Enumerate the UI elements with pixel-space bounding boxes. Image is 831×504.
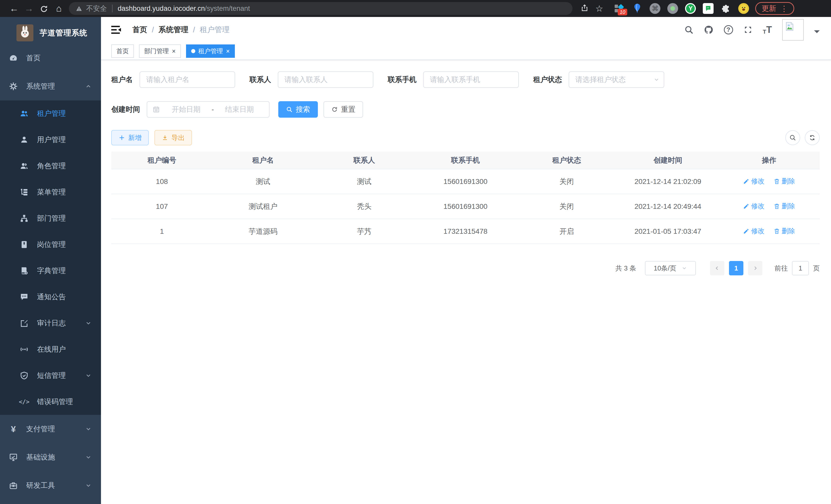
prev-page-button[interactable] [710,261,724,275]
sidebar-item-dept[interactable]: 部门管理 [0,205,101,232]
status-select-input[interactable] [569,71,664,88]
address-bar[interactable]: 不安全 dashboard.yudao.iocoder.cn/system/te… [69,2,573,15]
browser-reload-button[interactable] [36,3,51,14]
tab-home[interactable]: 首页 [111,45,134,58]
browser-toolbar: ← → ⌂ 不安全 dashboard.yudao.iocoder.cn/sys… [0,0,831,17]
sidebar-item-pay[interactable]: ¥ 支付管理 [0,415,101,443]
sidebar-item-infra[interactable]: 基础设施 [0,443,101,471]
avatar[interactable] [782,19,804,40]
delete-link[interactable]: 删除 [774,177,795,186]
refresh-table-button[interactable] [805,130,820,145]
header-search-button[interactable] [684,25,693,34]
goto-page-input[interactable] [792,261,809,275]
sidebar-item-tenant[interactable]: 租户管理 [0,100,101,127]
help-button[interactable]: ? [724,25,733,34]
col-tenant-name: 租户名 [212,152,314,169]
sidebar-item-post[interactable]: 岗位管理 [0,232,101,258]
col-status: 租户状态 [516,152,617,169]
edit-link[interactable]: 修改 [743,177,765,186]
extension-tabs-icon[interactable]: 10 [614,3,625,14]
sidebar-item-dev-tools[interactable]: 研发工具 [0,471,101,500]
chevron-down-icon [85,482,92,489]
bookmark-button[interactable]: ☆ [595,3,603,13]
extension-y-icon[interactable]: Y [685,3,696,14]
fullscreen-button[interactable] [743,25,753,34]
pagination-total: 共 3 条 [615,264,636,273]
browser-update-button[interactable]: 更新 ⋮ [755,2,794,15]
col-created: 创建时间 [617,152,718,169]
share-button[interactable] [580,4,589,13]
pencil-icon [743,228,749,234]
delete-link[interactable]: 删除 [774,227,795,236]
date-range-picker[interactable]: 开始日期 - 结束日期 [147,101,269,118]
extension-balloon-icon[interactable] [632,3,643,14]
delete-link[interactable]: 删除 [774,202,795,211]
tab-tenant[interactable]: 租户管理 × [186,45,235,58]
page-size-select[interactable]: 10条/页 [645,261,696,275]
edit-link[interactable]: 修改 [743,202,765,211]
not-secure-warning-icon [76,5,83,12]
contact-label: 联系人 [250,75,271,85]
sidebar-item-sms[interactable]: 短信管理 [0,362,101,389]
github-link[interactable] [704,25,714,35]
sidebar-item-system[interactable]: 系统管理 [0,72,101,100]
browser-forward-button[interactable]: → [22,3,36,14]
phone-input[interactable] [423,71,519,88]
pencil-icon [743,203,749,209]
breadcrumb-system[interactable]: 系统管理 [159,25,188,35]
close-icon[interactable]: × [226,48,230,55]
page-unit-label: 页 [813,264,820,273]
security-label[interactable]: 不安全 [86,4,107,13]
edit-link[interactable]: 修改 [743,227,765,236]
sidebar-item-menu[interactable]: 菜单管理 [0,179,101,205]
browser-back-button[interactable]: ← [7,3,22,14]
toggle-search-button[interactable] [785,130,800,145]
next-page-button[interactable] [748,261,763,275]
sidebar-item-dict[interactable]: 字典管理 [0,258,101,284]
sidebar-item-error-code[interactable]: </> 错误码管理 [0,389,101,415]
chevron-down-icon [85,372,92,379]
avatar-dropdown-caret-icon[interactable] [814,30,820,36]
extension-command-icon[interactable]: ⌘ [650,3,660,14]
profile-emoji-icon[interactable] [738,3,749,14]
extension-badge: 10 [618,9,627,16]
table-row: 108 测试 测试 15601691300 关闭 2021-12-14 21:0… [111,169,820,194]
sidebar-submenu-system: 租户管理 用户管理 角色管理 菜单管理 部门管理 岗位管理 [0,100,101,415]
app-logo[interactable]: 芋道管理系统 [0,17,101,44]
search-button[interactable]: 搜索 [278,101,318,118]
date-separator: - [210,105,215,114]
sidebar-item-user[interactable]: 用户管理 [0,127,101,153]
page-content: 租户名 联系人 联系手机 租户状态 [101,60,831,504]
browser-home-button[interactable]: ⌂ [51,3,66,14]
tab-dept[interactable]: 部门管理 × [139,45,181,58]
date-start-placeholder: 开始日期 [162,105,210,114]
text-size-button[interactable]: TT [763,24,772,35]
export-button[interactable]: 导出 [154,130,192,145]
sidebar-collapse-button[interactable] [111,25,121,34]
contact-input[interactable] [278,71,373,88]
page-number-button[interactable]: 1 [729,261,743,275]
users-icon [20,109,29,118]
sidebar-item-notice[interactable]: 通知公告 [0,284,101,310]
extensions-puzzle-icon[interactable] [720,3,731,14]
browser-menu-icon[interactable]: ⋮ [780,4,788,13]
shield-check-icon [20,371,29,380]
breadcrumb-home[interactable]: 首页 [132,25,147,35]
add-button[interactable]: 新增 [111,130,149,145]
sidebar-item-audit-log[interactable]: 审计日志 [0,310,101,336]
status-select[interactable] [569,71,664,88]
goto-label: 前往 [774,264,788,273]
reset-button[interactable]: 重置 [323,101,363,118]
extension-chat-icon[interactable] [703,3,714,14]
sidebar-item-role[interactable]: 角色管理 [0,153,101,179]
sidebar-item-online-user[interactable]: 在线用户 [0,336,101,362]
extension-dot-icon[interactable] [667,3,678,14]
tenant-name-input[interactable] [140,71,235,88]
chat-bubble-icon [20,292,29,302]
breadcrumb: 首页 / 系统管理 / 租户管理 [132,25,229,35]
extensions-group: 10 ⌘ Y [614,3,749,14]
sidebar-item-home[interactable]: 首页 [0,44,101,72]
close-icon[interactable]: × [172,48,176,55]
broken-image-icon [784,21,795,32]
pagination: 共 3 条 10条/页 1 前往 页 [111,261,820,275]
